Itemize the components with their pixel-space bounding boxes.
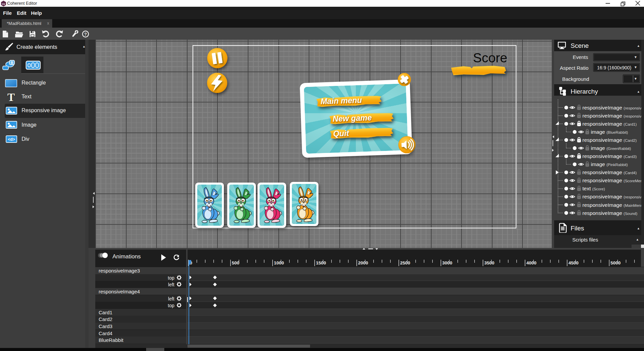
svg-text:text (Score): text (Score) — [582, 186, 605, 191]
svg-text:New game: New game — [332, 113, 372, 123]
svg-text:responsiveImage (MainMenu): responsiveImage (MainMenu) — [582, 202, 644, 208]
svg-text:1500: 1500 — [316, 260, 326, 265]
svg-text:?: ? — [84, 32, 87, 37]
svg-text:2500: 2500 — [400, 260, 410, 265]
svg-text:1000: 1000 — [274, 260, 284, 265]
svg-text:image (PinkRabbit): image (PinkRabbit) — [591, 161, 628, 167]
svg-text:image (GreenRabbit): image (GreenRabbit) — [591, 145, 631, 151]
svg-text:responsiveImage (Sound): responsiveImage (Sound) — [582, 210, 637, 216]
svg-text:cu: cu — [2, 2, 5, 5]
svg-text:responsiveImage (ScoreMenu): responsiveImage (ScoreMenu) — [582, 178, 644, 183]
svg-text:responsiveImage (responsiveIma: responsiveImage (responsiveIma — [582, 113, 644, 119]
svg-text:responsiveImage (Card3): responsiveImage (Card3) — [582, 153, 637, 159]
svg-text:responsiveImage (Card2): responsiveImage (Card2) — [582, 137, 637, 143]
svg-text:500: 500 — [232, 260, 240, 265]
svg-text:<d>: <d> — [8, 137, 15, 142]
svg-text:4500: 4500 — [569, 260, 579, 265]
svg-text:5000: 5000 — [611, 260, 621, 265]
svg-text:image (BlueRabbit): image (BlueRabbit) — [591, 129, 628, 135]
svg-text:Main menu: Main menu — [320, 96, 362, 106]
svg-text:responsiveImage (Card1): responsiveImage (Card1) — [582, 121, 637, 127]
svg-text:4000: 4000 — [527, 260, 537, 265]
svg-text:responsiveImage (Card4): responsiveImage (Card4) — [582, 169, 637, 175]
svg-text:Quit: Quit — [333, 129, 349, 138]
svg-text:3000: 3000 — [442, 260, 452, 265]
svg-text:3500: 3500 — [484, 260, 495, 265]
svg-text:responsiveImage (responsiveIma: responsiveImage (responsiveIma — [582, 105, 644, 110]
svg-text:Score: Score — [473, 51, 507, 65]
svg-text:2000: 2000 — [358, 260, 368, 265]
svg-text:B: B — [11, 61, 13, 65]
svg-text:responsiveImage (responsiveIma: responsiveImage (responsiveIma — [582, 194, 644, 199]
